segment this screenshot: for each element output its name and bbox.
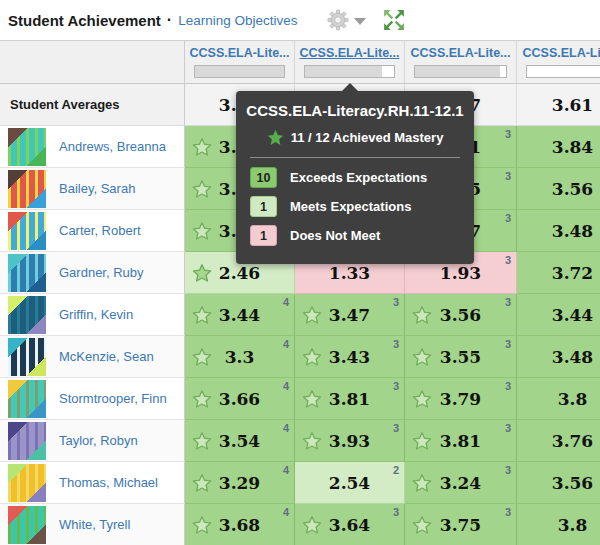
grade-cell[interactable]: 3.44 [517, 294, 600, 336]
learning-objectives-link[interactable]: Learning Objectives [178, 13, 297, 28]
grade-value: 3.68 [219, 515, 260, 535]
mastery-text: 11 / 12 Achieved Mastery [291, 130, 444, 145]
assessment-count: 4 [283, 338, 289, 350]
grade-value: 3.44 [219, 305, 260, 325]
grade-cell[interactable]: 3.813 [405, 420, 517, 462]
grade-cell[interactable]: 3.643 [295, 504, 405, 545]
grade-cell[interactable]: 3.76 [517, 420, 600, 462]
grade-value: 3.56 [440, 305, 481, 325]
student-name-cell: Taylor, Robyn [0, 420, 185, 462]
star-outline-icon [192, 137, 212, 157]
avatar[interactable] [8, 254, 46, 292]
assessment-count: 3 [505, 254, 511, 266]
grade-value: 1.93 [440, 263, 481, 283]
grade-value: 3.54 [219, 431, 260, 451]
grade-cell[interactable]: 3.34 [185, 336, 295, 378]
star-outline-icon [302, 515, 322, 535]
grade-cell[interactable]: 3.473 [295, 294, 405, 336]
grade-cell[interactable]: 3.48 [517, 336, 600, 378]
grade-value: 3.93 [329, 431, 370, 451]
grade-cell[interactable]: 3.243 [405, 462, 517, 504]
settings-button[interactable] [327, 9, 366, 31]
grade-cell[interactable]: 3.48 [517, 210, 600, 252]
grade-value: 3.8 [558, 515, 588, 535]
grade-cell[interactable]: 3.72 [517, 252, 600, 294]
grade-cell[interactable]: 3.664 [185, 378, 295, 420]
grade-cell[interactable]: 3.433 [295, 336, 405, 378]
student-name-link[interactable]: Gardner, Ruby [59, 265, 144, 280]
avatar[interactable] [8, 212, 46, 250]
avatar[interactable] [8, 506, 46, 544]
student-name-link[interactable]: Bailey, Sarah [59, 181, 135, 196]
grade-cell[interactable]: 3.793 [405, 378, 517, 420]
title-separator: · [167, 11, 172, 29]
standard-link[interactable]: CCSS.ELA-Lite... [523, 46, 600, 60]
grade-cell[interactable]: 3.813 [295, 378, 405, 420]
star-outline-icon [302, 389, 322, 409]
avatar[interactable] [8, 296, 46, 334]
grade-cell[interactable]: 3.563 [405, 294, 517, 336]
student-name-link[interactable]: White, Tyrell [59, 517, 130, 532]
grade-cell[interactable]: 2.542 [295, 462, 405, 504]
standard-link[interactable]: CCSS.ELA-Lite... [300, 46, 400, 60]
star-outline-icon [192, 263, 212, 283]
assessment-count: 3 [393, 422, 399, 434]
grade-cell[interactable]: 3.753 [405, 504, 517, 545]
standard-tooltip: CCSS.ELA-Literacy.RH.11-12.1 11 / 12 Ach… [236, 91, 474, 264]
star-outline-icon [192, 305, 212, 325]
grade-cell[interactable]: 3.84 [517, 126, 600, 168]
assessment-count: 3 [505, 464, 511, 476]
grade-value: 3.66 [219, 389, 260, 409]
exceeds-count-badge: 10 [250, 167, 277, 188]
grade-cell[interactable]: 3.8 [517, 504, 600, 545]
grade-cell[interactable]: 3.553 [405, 336, 517, 378]
avatar[interactable] [8, 338, 46, 376]
student-name-link[interactable]: Stormtrooper, Finn [59, 391, 167, 406]
student-name-link[interactable]: Taylor, Robyn [59, 433, 138, 448]
tooltip-divider [250, 157, 460, 158]
grade-cell[interactable]: 3.684 [185, 504, 295, 545]
avatar[interactable] [8, 422, 46, 460]
average-value: 3.61 [552, 95, 593, 115]
avatar[interactable] [8, 464, 46, 502]
grade-value: 2.46 [219, 263, 260, 283]
assessment-count: 3 [505, 422, 511, 434]
student-name-link[interactable]: Andrews, Breanna [59, 139, 166, 154]
assessment-count: 3 [505, 128, 511, 140]
grade-cell[interactable]: 3.56 [517, 168, 600, 210]
grade-cell[interactable]: 3.294 [185, 462, 295, 504]
expand-arrows-icon [382, 9, 406, 31]
standard-column-header-2[interactable]: CCSS.ELA-Lite... [295, 40, 405, 84]
expand-all-button[interactable] [382, 9, 406, 31]
student-name-link[interactable]: McKenzie, Sean [59, 349, 154, 364]
grade-value: 3.29 [219, 473, 260, 493]
assessment-count: 3 [505, 170, 511, 182]
avatar[interactable] [8, 380, 46, 418]
star-outline-icon [192, 221, 212, 241]
student-row: White, Tyrell 3.684 3.643 3.753 3.8 [0, 504, 600, 545]
does-not-meet-count-badge: 1 [250, 225, 277, 246]
student-name-cell: Andrews, Breanna [0, 126, 185, 168]
average-cell: 3.61 [517, 84, 600, 126]
mastery-star-icon [267, 129, 284, 146]
standard-link[interactable]: CCSS.ELA-Lite... [411, 46, 511, 60]
grade-cell[interactable]: 3.56 [517, 462, 600, 504]
standard-column-header-4[interactable]: CCSS.ELA-Lite... [517, 40, 600, 84]
grade-cell[interactable]: 3.933 [295, 420, 405, 462]
grade-cell[interactable]: 3.444 [185, 294, 295, 336]
standard-column-header-1[interactable]: CCSS.ELA-Lite... [185, 40, 295, 84]
standard-link[interactable]: CCSS.ELA-Lite... [190, 46, 290, 60]
grade-value: 3.84 [552, 137, 593, 157]
student-name-link[interactable]: Thomas, Michael [59, 475, 158, 490]
avatar[interactable] [8, 128, 46, 166]
mastery-progress-bar [304, 65, 395, 78]
grade-cell[interactable]: 3.544 [185, 420, 295, 462]
standard-column-header-3[interactable]: CCSS.ELA-Lite... [405, 40, 517, 84]
student-name-link[interactable]: Carter, Robert [59, 223, 141, 238]
grade-value: 3.43 [329, 347, 370, 367]
tooltip-mastery-line: 11 / 12 Achieved Mastery [236, 129, 474, 146]
avatar[interactable] [8, 170, 46, 208]
student-name-link[interactable]: Griffin, Kevin [59, 307, 133, 322]
assessment-count: 2 [393, 464, 399, 476]
grade-cell[interactable]: 3.8 [517, 378, 600, 420]
